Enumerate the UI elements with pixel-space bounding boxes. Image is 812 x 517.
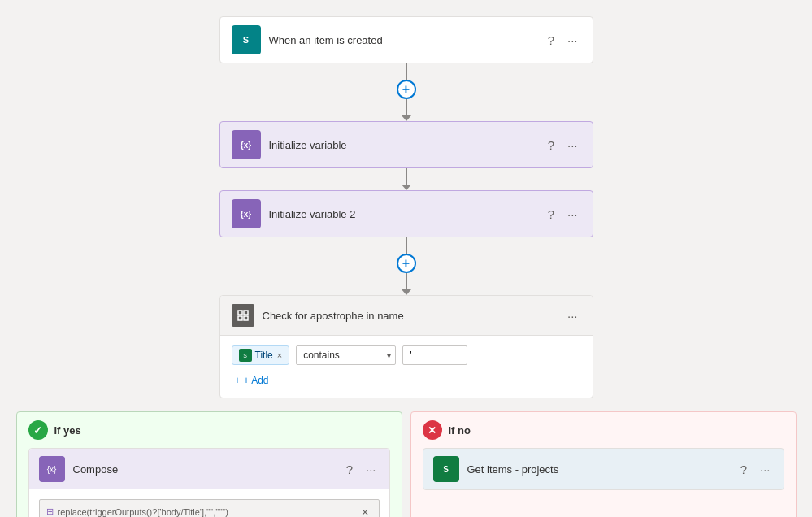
svg-rect-0 bbox=[238, 311, 242, 315]
init-var-2-step[interactable]: {x} Initialize variable 2 ? ··· bbox=[219, 190, 593, 237]
condition-body: S Title × contains does not contain is e… bbox=[220, 336, 593, 398]
compose-more-btn[interactable]: ··· bbox=[363, 461, 380, 478]
formula-close-btn[interactable]: × bbox=[358, 503, 372, 517]
trigger-help-btn[interactable]: ? bbox=[545, 32, 558, 49]
yes-branch: ✓ If yes {x} Compose ? ··· bbox=[16, 411, 402, 517]
arrow-3 bbox=[402, 289, 411, 295]
compose-help-btn[interactable]: ? bbox=[343, 461, 356, 478]
init-var-1-actions: ? ··· bbox=[545, 137, 581, 154]
trigger-title: When an item is created bbox=[269, 34, 545, 46]
get-items-projects-step[interactable]: S Get items - projects ? ··· bbox=[423, 448, 784, 490]
title-token-remove[interactable]: × bbox=[277, 350, 282, 360]
condition-more-btn[interactable]: ··· bbox=[564, 307, 581, 324]
line-3b bbox=[406, 273, 407, 289]
init-var-1-more-btn[interactable]: ··· bbox=[564, 137, 581, 154]
svg-rect-3 bbox=[244, 316, 248, 320]
formula-display: ⊞ replace(triggerOutputs()?['body/Title'… bbox=[39, 499, 380, 517]
add-between-2[interactable]: + bbox=[397, 254, 416, 273]
add-between-1[interactable]: + bbox=[397, 80, 416, 99]
condition-actions: ··· bbox=[564, 307, 581, 324]
plus-icon: + bbox=[235, 375, 241, 386]
yes-branch-header: ✓ If yes bbox=[17, 412, 402, 448]
compose-body: ⊞ replace(triggerOutputs()?['body/Title'… bbox=[29, 489, 389, 517]
no-branch: ✕ If no S Get items - projects ? ··· bbox=[410, 411, 797, 517]
get-items-projects-title: Get items - projects bbox=[467, 463, 737, 476]
condition-title: Check for apostrophe in name bbox=[263, 310, 564, 322]
init-var-2-actions: ? ··· bbox=[545, 206, 581, 223]
no-branch-header: ✕ If no bbox=[411, 412, 796, 448]
init-var-2-help-btn[interactable]: ? bbox=[545, 206, 558, 223]
compose-step: {x} Compose ? ··· ⊞ replace(triggerOutpu… bbox=[28, 448, 390, 517]
init-var-1-step[interactable]: {x} Initialize variable ? ··· bbox=[219, 121, 593, 168]
no-icon: ✕ bbox=[423, 420, 442, 440]
connector-3: + bbox=[397, 237, 416, 295]
init-var-2-more-btn[interactable]: ··· bbox=[564, 206, 581, 223]
svg-rect-2 bbox=[238, 316, 242, 320]
operator-select[interactable]: contains does not contain is equal to bbox=[296, 345, 396, 365]
add-row-label: + Add bbox=[244, 375, 269, 386]
init-var-2-title: Initialize variable 2 bbox=[269, 208, 545, 220]
no-x-icon: ✕ bbox=[428, 424, 436, 437]
trigger-more-btn[interactable]: ··· bbox=[564, 32, 581, 49]
line-1b bbox=[406, 99, 407, 115]
condition-icon bbox=[232, 304, 254, 327]
trigger-actions: ? ··· bbox=[545, 32, 581, 49]
formula-text: replace(triggerOutputs()?['body/Title'],… bbox=[58, 507, 228, 517]
operator-select-wrapper: contains does not contain is equal to bbox=[296, 345, 396, 365]
svg-rect-1 bbox=[244, 311, 248, 315]
add-action-area: Add an action bbox=[411, 510, 796, 517]
yes-label: If yes bbox=[54, 424, 81, 437]
init-var-2-icon: {x} bbox=[232, 199, 261, 228]
title-token[interactable]: S Title × bbox=[232, 345, 290, 365]
condition-value-input[interactable] bbox=[402, 345, 467, 365]
yes-icon: ✓ bbox=[28, 420, 48, 440]
init-var-1-icon: {x} bbox=[232, 130, 261, 159]
connector-1: + bbox=[397, 63, 416, 121]
add-condition-row-btn[interactable]: + + Add bbox=[232, 373, 272, 388]
get-items-projects-icon: S bbox=[433, 456, 459, 482]
compose-icon: {x} bbox=[39, 456, 65, 482]
init-var-1-help-btn[interactable]: ? bbox=[545, 137, 558, 154]
get-items-projects-actions: ? ··· bbox=[737, 461, 774, 478]
title-token-label: Title bbox=[255, 350, 273, 361]
connector-2 bbox=[402, 168, 411, 190]
condition-header[interactable]: Check for apostrophe in name ··· bbox=[220, 296, 593, 336]
arrow-1 bbox=[402, 115, 411, 121]
top-flow-section: S When an item is created ? ··· + {x} In… bbox=[0, 16, 812, 398]
formula-icon: ⊞ bbox=[46, 506, 54, 517]
sp-icon: S bbox=[239, 349, 252, 362]
line-2 bbox=[406, 168, 407, 185]
get-items-projects-more-btn[interactable]: ··· bbox=[757, 461, 774, 478]
compose-header[interactable]: {x} Compose ? ··· bbox=[29, 449, 389, 489]
get-items-projects-help-btn[interactable]: ? bbox=[737, 461, 750, 478]
condition-step: Check for apostrophe in name ··· S Title… bbox=[219, 295, 593, 398]
checkmark-icon: ✓ bbox=[33, 424, 42, 437]
flow-canvas: S When an item is created ? ··· + {x} In… bbox=[0, 0, 812, 517]
line-3 bbox=[406, 237, 407, 254]
no-label: If no bbox=[449, 424, 471, 437]
condition-row: S Title × contains does not contain is e… bbox=[232, 345, 581, 365]
init-var-1-title: Initialize variable bbox=[269, 139, 545, 151]
arrow-2 bbox=[402, 185, 411, 190]
trigger-icon: S bbox=[232, 25, 261, 54]
branch-container: ✓ If yes {x} Compose ? ··· bbox=[16, 411, 797, 517]
compose-title: Compose bbox=[73, 463, 343, 476]
trigger-step[interactable]: S When an item is created ? ··· bbox=[219, 16, 593, 63]
line-1 bbox=[406, 63, 407, 80]
compose-actions: ? ··· bbox=[343, 461, 380, 478]
